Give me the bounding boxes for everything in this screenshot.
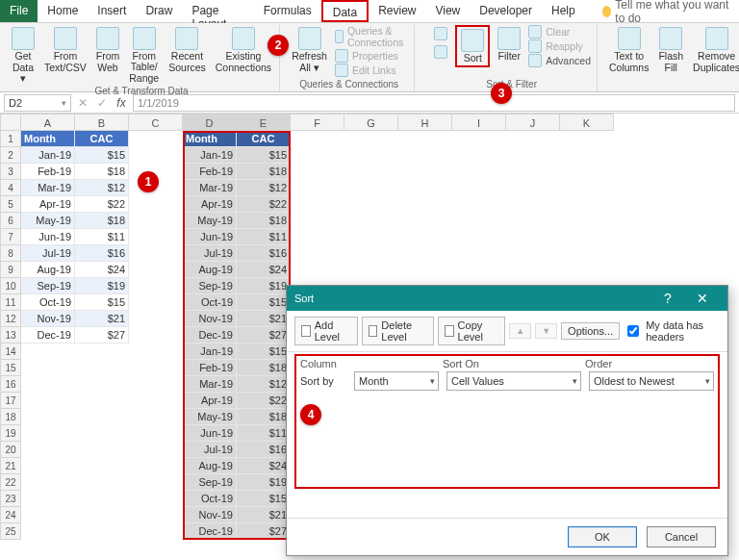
row-header-7[interactable]: 7: [0, 229, 21, 245]
cell-D13[interactable]: Dec-19: [183, 327, 237, 344]
tab-file[interactable]: File: [0, 0, 38, 22]
cell-A3[interactable]: Feb-19: [21, 164, 75, 180]
from-web-button[interactable]: FromWeb: [94, 25, 122, 75]
row-header-3[interactable]: 3: [0, 164, 21, 180]
queries-connections-row[interactable]: Queries & Connections: [335, 25, 408, 48]
row-header-21[interactable]: 21: [0, 458, 21, 474]
row-header-12[interactable]: 12: [0, 311, 21, 327]
column-headers[interactable]: ABCDEFGHIJK: [0, 114, 614, 131]
row-header-13[interactable]: 13: [0, 327, 21, 344]
text-to-columns-button[interactable]: Text toColumns: [607, 25, 650, 75]
ok-button[interactable]: OK: [568, 526, 637, 547]
dialog-help-button[interactable]: ?: [650, 291, 685, 306]
cell-E21[interactable]: $24: [237, 458, 291, 474]
dialog-titlebar[interactable]: Sort ? ✕: [287, 286, 727, 311]
row-header-11[interactable]: 11: [0, 294, 21, 311]
cell-E6[interactable]: $18: [237, 213, 291, 229]
row-header-10[interactable]: 10: [0, 278, 21, 294]
cell-A10[interactable]: Sep-19: [21, 278, 75, 294]
column-header-K[interactable]: K: [560, 114, 614, 131]
remove-duplicates-button[interactable]: RemoveDuplicates: [691, 25, 739, 75]
cell-E5[interactable]: $22: [237, 196, 291, 213]
cell-B9[interactable]: $24: [75, 262, 129, 278]
cell-E3[interactable]: $18: [237, 164, 291, 180]
cell-A2[interactable]: Jan-19: [21, 147, 75, 164]
filter-button[interactable]: Filter: [496, 25, 522, 64]
add-level-button[interactable]: Add Level: [294, 317, 358, 345]
cell-E9[interactable]: $24: [237, 262, 291, 278]
cell-D15[interactable]: Feb-19: [183, 360, 237, 376]
cell-E4[interactable]: $12: [237, 180, 291, 196]
cell-A6[interactable]: May-19: [21, 213, 75, 229]
cell-A7[interactable]: Jun-19: [21, 229, 75, 245]
select-all-corner[interactable]: [0, 114, 21, 131]
row-header-24[interactable]: 24: [0, 507, 21, 523]
cancel-button[interactable]: Cancel: [647, 526, 716, 547]
row-header-6[interactable]: 6: [0, 213, 21, 229]
column-header-B[interactable]: B: [75, 114, 129, 131]
sort-column-select[interactable]: Month▾: [354, 371, 439, 391]
cell-E15[interactable]: $18: [237, 360, 291, 376]
from-table-button[interactable]: From Table/Range: [127, 25, 161, 86]
sort-button[interactable]: Sort: [455, 25, 490, 67]
row-header-18[interactable]: 18: [0, 409, 21, 425]
cell-B5[interactable]: $22: [75, 196, 129, 213]
options-button[interactable]: Options...: [561, 322, 620, 340]
row-header-25[interactable]: 25: [0, 523, 21, 540]
row-header-15[interactable]: 15: [0, 360, 21, 376]
cell-D17[interactable]: Apr-19: [183, 393, 237, 409]
clear-row[interactable]: Clear: [528, 25, 591, 38]
cell-D1[interactable]: Month: [183, 131, 237, 147]
refresh-all-button[interactable]: RefreshAll ▾: [290, 25, 329, 75]
row-header-20[interactable]: 20: [0, 442, 21, 458]
cell-E16[interactable]: $12: [237, 376, 291, 393]
row-header-22[interactable]: 22: [0, 474, 21, 491]
cell-B10[interactable]: $19: [75, 278, 129, 294]
formula-input[interactable]: 1/1/2019: [133, 94, 735, 112]
sort-az-button[interactable]: [432, 25, 449, 61]
cell-A9[interactable]: Aug-19: [21, 262, 75, 278]
cell-E2[interactable]: $15: [237, 147, 291, 164]
cell-E12[interactable]: $21: [237, 311, 291, 327]
cell-A1[interactable]: Month: [21, 131, 75, 147]
cell-A11[interactable]: Oct-19: [21, 294, 75, 311]
row-header-2[interactable]: 2: [0, 147, 21, 164]
cell-D24[interactable]: Nov-19: [183, 507, 237, 523]
edit-links-row[interactable]: Edit Links: [335, 64, 408, 77]
cell-D7[interactable]: Jun-19: [183, 229, 237, 245]
reapply-row[interactable]: Reapply: [528, 39, 591, 53]
row-header-14[interactable]: 14: [0, 344, 21, 360]
cell-E24[interactable]: $21: [237, 507, 291, 523]
cell-E19[interactable]: $11: [237, 425, 291, 442]
tab-help[interactable]: Help: [542, 0, 585, 22]
headers-checkbox-input[interactable]: [627, 325, 639, 337]
sort-order-select[interactable]: Oldest to Newest▾: [589, 371, 714, 391]
cell-E17[interactable]: $22: [237, 393, 291, 409]
cell-D18[interactable]: May-19: [183, 409, 237, 425]
cell-A13[interactable]: Dec-19: [21, 327, 75, 344]
cell-D16[interactable]: Mar-19: [183, 376, 237, 393]
cell-D2[interactable]: Jan-19: [183, 147, 237, 164]
cell-E8[interactable]: $16: [237, 245, 291, 262]
column-header-J[interactable]: J: [506, 114, 560, 131]
row-header-19[interactable]: 19: [0, 425, 21, 442]
cell-D10[interactable]: Sep-19: [183, 278, 237, 294]
cell-E18[interactable]: $18: [237, 409, 291, 425]
row-header-17[interactable]: 17: [0, 393, 21, 409]
cancel-formula-button[interactable]: ✕: [75, 96, 90, 110]
copy-level-button[interactable]: Copy Level: [438, 317, 505, 345]
cell-B2[interactable]: $15: [75, 147, 129, 164]
column-header-H[interactable]: H: [398, 114, 452, 131]
cell-B8[interactable]: $16: [75, 245, 129, 262]
cell-D20[interactable]: Jul-19: [183, 442, 237, 458]
cell-D22[interactable]: Sep-19: [183, 474, 237, 491]
cell-D23[interactable]: Oct-19: [183, 491, 237, 507]
row-header-1[interactable]: 1: [0, 131, 21, 147]
cell-A12[interactable]: Nov-19: [21, 311, 75, 327]
column-header-C[interactable]: C: [129, 114, 183, 131]
headers-checkbox[interactable]: My data has headers: [624, 319, 720, 343]
cell-B1[interactable]: CAC: [75, 131, 129, 147]
cell-E1[interactable]: CAC: [237, 131, 291, 147]
row-header-16[interactable]: 16: [0, 376, 21, 393]
delete-level-button[interactable]: Delete Level: [362, 317, 434, 345]
